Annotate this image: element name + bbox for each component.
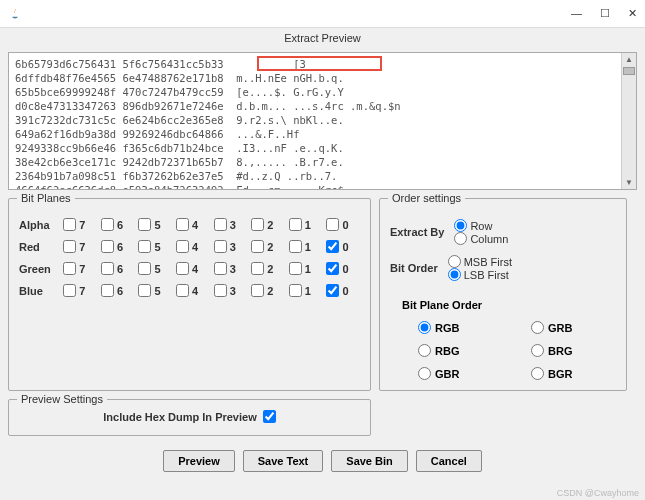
channel-label: Blue: [19, 285, 59, 297]
bit-cell: 1: [289, 218, 323, 231]
radio-input[interactable]: [418, 321, 431, 334]
bit-checkbox-green-6[interactable]: [101, 262, 114, 275]
bit-checkbox-red-6[interactable]: [101, 240, 114, 253]
radio-input[interactable]: [418, 367, 431, 380]
save-bin-button[interactable]: Save Bin: [331, 450, 407, 472]
close-button[interactable]: ✕: [628, 7, 637, 20]
bit-checkbox-blue-0[interactable]: [326, 284, 339, 297]
radio-grb[interactable]: GRB: [531, 321, 616, 334]
bit-checkbox-alpha-4[interactable]: [176, 218, 189, 231]
bit-cell: 2: [251, 218, 285, 231]
bit-label: 3: [230, 241, 236, 253]
radio-bgr[interactable]: BGR: [531, 367, 616, 380]
radio-brg[interactable]: BRG: [531, 344, 616, 357]
bit-label: 4: [192, 285, 198, 297]
preview-button[interactable]: Preview: [163, 450, 235, 472]
bit-checkbox-blue-7[interactable]: [63, 284, 76, 297]
bit-label: 5: [154, 241, 160, 253]
radio-gbr[interactable]: GBR: [418, 367, 503, 380]
minimize-button[interactable]: —: [571, 7, 582, 20]
extract-by-label: Extract By: [390, 226, 444, 238]
bit-checkbox-alpha-3[interactable]: [214, 218, 227, 231]
bit-cell: 4: [176, 240, 210, 253]
save-text-button[interactable]: Save Text: [243, 450, 324, 472]
plane-order-title: Bit Plane Order: [390, 299, 616, 311]
bit-cell: 6: [101, 240, 135, 253]
radio-input[interactable]: [531, 321, 544, 334]
bitplanes-title: Bit Planes: [17, 192, 75, 204]
bit-checkbox-green-1[interactable]: [289, 262, 302, 275]
bit-checkbox-blue-4[interactable]: [176, 284, 189, 297]
bit-label: 0: [342, 285, 348, 297]
bit-checkbox-red-3[interactable]: [214, 240, 227, 253]
bitplane-row-green: Green76543210: [19, 262, 360, 275]
bit-checkbox-green-3[interactable]: [214, 262, 227, 275]
bit-label: 4: [192, 219, 198, 231]
scroll-up-icon[interactable]: ▲: [622, 53, 636, 66]
radio-rgb[interactable]: RGB: [418, 321, 503, 334]
channel-label: Green: [19, 263, 59, 275]
bit-checkbox-green-5[interactable]: [138, 262, 151, 275]
radio-input[interactable]: [448, 255, 461, 268]
radio-row[interactable]: Row: [454, 219, 508, 232]
bit-checkbox-red-0[interactable]: [326, 240, 339, 253]
bit-checkbox-blue-5[interactable]: [138, 284, 151, 297]
bit-checkbox-alpha-7[interactable]: [63, 218, 76, 231]
bit-cell: 1: [289, 284, 323, 297]
bit-checkbox-blue-3[interactable]: [214, 284, 227, 297]
scroll-down-icon[interactable]: ▼: [622, 176, 636, 189]
bit-label: 6: [117, 285, 123, 297]
bit-checkbox-green-4[interactable]: [176, 262, 189, 275]
scroll-thumb[interactable]: [623, 67, 635, 75]
include-hexdump-checkbox[interactable]: [263, 410, 276, 423]
watermark: CSDN @Cwayhome: [557, 488, 639, 498]
bit-label: 7: [79, 241, 85, 253]
radio-input[interactable]: [418, 344, 431, 357]
bit-label: 1: [305, 285, 311, 297]
bit-checkbox-green-7[interactable]: [63, 262, 76, 275]
radio-input[interactable]: [531, 367, 544, 380]
radio-rbg[interactable]: RBG: [418, 344, 503, 357]
bit-cell: 4: [176, 262, 210, 275]
include-hexdump-label: Include Hex Dump In Preview: [103, 411, 256, 423]
radio-input[interactable]: [448, 268, 461, 281]
bit-checkbox-alpha-2[interactable]: [251, 218, 264, 231]
bit-checkbox-red-4[interactable]: [176, 240, 189, 253]
radio-input[interactable]: [454, 232, 467, 245]
channel-label: Red: [19, 241, 59, 253]
cancel-button[interactable]: Cancel: [416, 450, 482, 472]
bit-checkbox-red-7[interactable]: [63, 240, 76, 253]
maximize-button[interactable]: ☐: [600, 7, 610, 20]
bit-cell: 6: [101, 284, 135, 297]
bit-checkbox-alpha-6[interactable]: [101, 218, 114, 231]
bit-label: 5: [154, 219, 160, 231]
bit-checkbox-green-2[interactable]: [251, 262, 264, 275]
hexdump-text[interactable]: 6b65793d6c756431 5f6c756431cc5b33 [3 6df…: [9, 53, 621, 189]
radio-msb-first[interactable]: MSB First: [448, 255, 512, 268]
bit-checkbox-red-2[interactable]: [251, 240, 264, 253]
bit-checkbox-red-5[interactable]: [138, 240, 151, 253]
bit-checkbox-alpha-5[interactable]: [138, 218, 151, 231]
bit-label: 7: [79, 219, 85, 231]
radio-lsb-first[interactable]: LSB First: [448, 268, 512, 281]
bit-label: 1: [305, 263, 311, 275]
bit-checkbox-alpha-0[interactable]: [326, 218, 339, 231]
bit-cell: 6: [101, 218, 135, 231]
bit-cell: 4: [176, 284, 210, 297]
bit-label: 0: [342, 219, 348, 231]
bit-checkbox-red-1[interactable]: [289, 240, 302, 253]
bit-checkbox-green-0[interactable]: [326, 262, 339, 275]
radio-input[interactable]: [531, 344, 544, 357]
bit-checkbox-blue-2[interactable]: [251, 284, 264, 297]
bit-cell: 7: [63, 218, 97, 231]
bit-cell: 3: [214, 284, 248, 297]
bit-checkbox-alpha-1[interactable]: [289, 218, 302, 231]
bit-cell: 1: [289, 240, 323, 253]
radio-input[interactable]: [454, 219, 467, 232]
bit-label: 2: [267, 241, 273, 253]
bit-checkbox-blue-1[interactable]: [289, 284, 302, 297]
radio-column[interactable]: Column: [454, 232, 508, 245]
bit-cell: 5: [138, 284, 172, 297]
scrollbar[interactable]: ▲ ▼: [621, 53, 636, 189]
bit-checkbox-blue-6[interactable]: [101, 284, 114, 297]
